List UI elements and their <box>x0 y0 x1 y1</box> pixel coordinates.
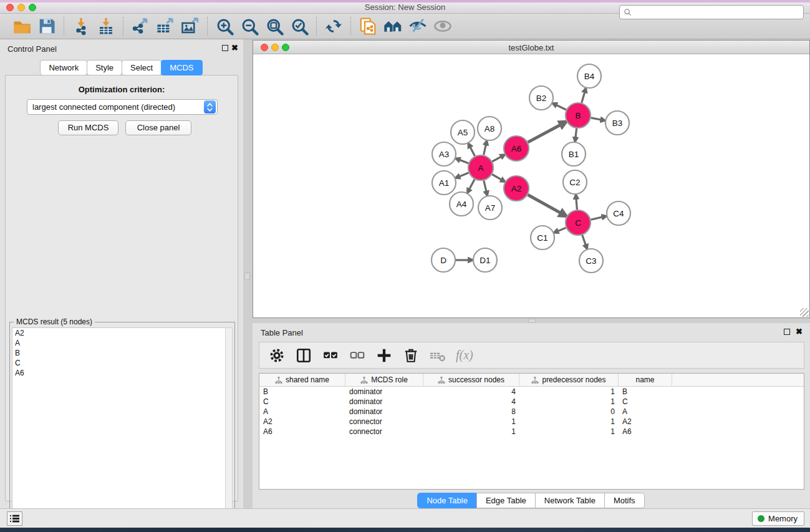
node-A8[interactable]: A8 <box>478 117 501 140</box>
import-network-button[interactable] <box>70 16 92 36</box>
export-network-button[interactable] <box>130 16 151 36</box>
table-row[interactable]: Adominator80A <box>259 407 804 417</box>
edge-A2-C[interactable] <box>528 195 562 214</box>
table-settings-button[interactable] <box>268 347 286 364</box>
edge-A-A3[interactable] <box>458 159 469 163</box>
edge-C-C4[interactable] <box>591 216 604 220</box>
table-row[interactable]: Bdominator41B <box>259 387 804 397</box>
edge-A-A5[interactable] <box>470 146 475 157</box>
network-window-titlebar[interactable]: testGlobe.txt <box>253 41 809 54</box>
tab-edge-table[interactable]: Edge Table <box>476 493 536 508</box>
node-B[interactable]: B <box>566 103 591 128</box>
node-A1[interactable]: A1 <box>432 171 456 195</box>
edge-A-A2[interactable] <box>492 175 503 181</box>
tab-node-table[interactable]: Node Table <box>417 493 477 508</box>
tab-style[interactable]: Style <box>87 60 122 75</box>
edge-A-A8[interactable] <box>484 143 486 155</box>
node-B1[interactable]: B1 <box>562 142 586 166</box>
edge-B-B1[interactable] <box>576 128 577 139</box>
column-header-shared-name[interactable]: shared name <box>259 374 345 386</box>
refresh-layout-button[interactable] <box>323 16 344 36</box>
result-list-scrollbar[interactable] <box>225 327 233 532</box>
node-B3[interactable]: B3 <box>605 111 629 135</box>
close-table-panel-icon[interactable]: ✖ <box>796 327 803 336</box>
tab-motifs[interactable]: Motifs <box>604 493 645 508</box>
edge-A-A4[interactable] <box>468 180 475 191</box>
edge-B-B3[interactable] <box>591 118 603 120</box>
node-C[interactable]: C <box>566 210 591 235</box>
edge-B-B4[interactable] <box>582 90 586 103</box>
close-panel-icon[interactable]: ✖ <box>231 43 238 52</box>
memory-button[interactable]: Memory <box>752 511 804 526</box>
hide-selected-button[interactable] <box>407 16 428 36</box>
edge-C-C3[interactable] <box>582 235 586 246</box>
tab-select[interactable]: Select <box>122 60 162 75</box>
horizontal-splitter-handle[interactable] <box>529 319 536 323</box>
table-row[interactable]: A2connector11A2 <box>259 417 804 427</box>
node-A6[interactable]: A6 <box>504 136 529 161</box>
network-from-selection-button[interactable] <box>357 16 378 36</box>
edge-A-A6[interactable] <box>492 156 503 162</box>
edge-C-C1[interactable] <box>556 228 566 232</box>
edge-B-B2[interactable] <box>555 104 566 110</box>
node-A3[interactable]: A3 <box>432 142 456 166</box>
edge-A-A1[interactable] <box>458 173 468 177</box>
select-all-button[interactable] <box>322 347 339 364</box>
open-file-button[interactable] <box>11 16 32 36</box>
node-B2[interactable]: B2 <box>529 86 553 110</box>
column-header-successor-nodes[interactable]: successor nodes <box>423 374 519 386</box>
delete-column-button[interactable] <box>402 347 420 364</box>
column-header-MCDS-role[interactable]: MCDS role <box>345 374 423 386</box>
column-header-predecessor-nodes[interactable]: predecessor nodes <box>519 374 619 386</box>
toggle-panel-columns-button[interactable] <box>295 347 312 364</box>
node-A2[interactable]: A2 <box>504 176 529 201</box>
node-A5[interactable]: A5 <box>451 120 475 144</box>
node-C1[interactable]: C1 <box>531 226 554 249</box>
zoom-out-button[interactable] <box>239 16 260 36</box>
result-list-item[interactable]: A2 <box>12 328 225 338</box>
deselect-all-button[interactable] <box>349 347 366 364</box>
column-header-name[interactable]: name <box>619 374 672 386</box>
export-image-button[interactable] <box>180 16 201 36</box>
search-field[interactable] <box>619 5 804 19</box>
edge-A6-B[interactable] <box>528 123 563 142</box>
add-column-button[interactable] <box>375 347 393 364</box>
result-list-item[interactable]: A <box>12 338 225 348</box>
task-history-button[interactable] <box>7 511 22 526</box>
result-list-item[interactable]: A6 <box>12 368 225 378</box>
node-A4[interactable]: A4 <box>450 192 473 216</box>
zoom-fit-button[interactable] <box>264 16 285 36</box>
network-canvas[interactable]: B4B2BB3A8A5A6A3B1AA1C2A2A4A7CC4C1C3DD1 <box>253 54 809 317</box>
run-mcds-button[interactable]: Run MCDS <box>58 120 118 135</box>
zoom-selected-button[interactable] <box>289 16 310 36</box>
edge-A-A7[interactable] <box>484 180 487 193</box>
table-row[interactable]: Cdominator41C <box>259 397 804 407</box>
close-panel-button[interactable]: Close panel <box>125 120 191 135</box>
import-table-button[interactable] <box>95 16 117 36</box>
zoom-in-button[interactable] <box>214 16 235 36</box>
node-D[interactable]: D <box>432 248 455 272</box>
tab-mcds[interactable]: MCDS <box>161 60 202 75</box>
result-list-item[interactable]: C <box>12 358 225 368</box>
edge-C-C2[interactable] <box>576 197 577 210</box>
tab-network[interactable]: Network <box>40 60 87 75</box>
table-row[interactable]: A6connector11A6 <box>259 427 804 437</box>
node-D1[interactable]: D1 <box>473 248 497 272</box>
save-session-button[interactable] <box>36 16 57 36</box>
node-B4[interactable]: B4 <box>577 64 601 88</box>
node-C3[interactable]: C3 <box>579 249 603 273</box>
float-panel-icon[interactable] <box>222 45 228 51</box>
result-list-item[interactable]: B <box>12 348 225 358</box>
mcds-result-list[interactable]: A2ABCA6 <box>12 327 226 532</box>
node-A7[interactable]: A7 <box>478 196 502 220</box>
first-neighbors-button[interactable] <box>382 16 403 36</box>
show-all-button[interactable] <box>432 16 453 36</box>
float-table-panel-icon[interactable] <box>784 329 790 335</box>
node-C2[interactable]: C2 <box>563 170 587 194</box>
vertical-splitter-handle[interactable] <box>244 273 250 280</box>
export-table-button[interactable] <box>155 16 176 36</box>
search-input[interactable] <box>634 8 799 17</box>
criterion-dropdown[interactable]: largest connected component (directed) <box>27 99 218 115</box>
node-C4[interactable]: C4 <box>607 201 630 225</box>
tab-network-table[interactable]: Network Table <box>535 493 605 508</box>
